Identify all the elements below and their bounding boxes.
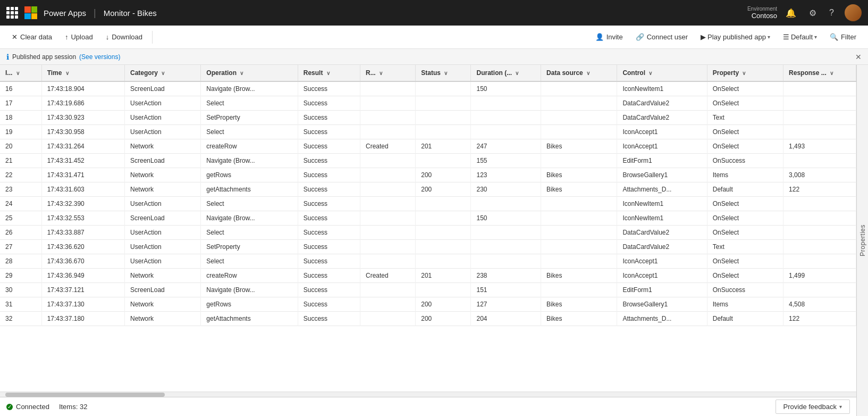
table-row[interactable]: 29 17:43:36.949 Network createRow Succes… bbox=[0, 269, 856, 283]
cell-time: 17:43:36.670 bbox=[41, 254, 124, 269]
table-row[interactable]: 31 17:43:37.130 Network getRows Success … bbox=[0, 297, 856, 312]
table-row[interactable]: 23 17:43:31.603 Network getAttachments S… bbox=[0, 182, 856, 197]
cell-category: Network bbox=[125, 312, 201, 326]
filter-label: Filter bbox=[841, 33, 856, 41]
invite-icon: 👤 bbox=[595, 33, 604, 41]
cell-operation: createRow bbox=[201, 269, 298, 283]
cell-duration: 238 bbox=[471, 269, 541, 283]
play-published-app-button[interactable]: ▶ Play published app ▾ bbox=[695, 30, 776, 44]
cell-property: OnSelect bbox=[707, 254, 783, 269]
table-row[interactable]: 27 17:43:36.620 UserAction SetProperty S… bbox=[0, 240, 856, 254]
table-row[interactable]: 26 17:43:33.887 UserAction Select Succes… bbox=[0, 226, 856, 240]
see-versions-link[interactable]: (See versions) bbox=[79, 53, 120, 61]
cell-control: DataCardValue2 bbox=[617, 240, 707, 254]
cell-response bbox=[783, 81, 856, 96]
cell-response bbox=[783, 211, 856, 226]
settings-icon[interactable]: ⚙ bbox=[807, 6, 819, 20]
col-header-response[interactable]: Response ... ∨ bbox=[783, 65, 856, 81]
cell-category: UserAction bbox=[125, 197, 201, 211]
cell-duration bbox=[471, 96, 541, 111]
cell-response: 1,493 bbox=[783, 139, 856, 154]
filter-button[interactable]: 🔍 Filter bbox=[824, 30, 862, 44]
cell-category: Network bbox=[125, 269, 201, 283]
properties-panel[interactable]: Properties bbox=[856, 65, 868, 416]
table-row[interactable]: 17 17:43:19.686 UserAction Select Succes… bbox=[0, 96, 856, 111]
cell-time: 17:43:31.471 bbox=[41, 168, 124, 182]
col-header-datasource[interactable]: Data source ∨ bbox=[541, 65, 617, 81]
cell-r bbox=[360, 226, 416, 240]
cell-result: Success bbox=[298, 139, 360, 154]
data-table-wrapper[interactable]: I... ∨ Time ∨ Category ∨ Operation ∨ Res… bbox=[0, 65, 856, 392]
cell-datasource bbox=[541, 81, 617, 96]
cell-control: DataCardValue2 bbox=[617, 111, 707, 125]
col-header-r[interactable]: R... ∨ bbox=[360, 65, 416, 81]
horizontal-scrollbar[interactable] bbox=[0, 392, 856, 397]
table-row[interactable]: 20 17:43:31.264 Network createRow Succes… bbox=[0, 139, 856, 154]
table-row[interactable]: 24 17:43:32.390 UserAction Select Succes… bbox=[0, 197, 856, 211]
col-header-control[interactable]: Control ∨ bbox=[617, 65, 707, 81]
cell-response bbox=[783, 226, 856, 240]
cell-datasource: Bikes bbox=[541, 269, 617, 283]
cell-id: 21 bbox=[0, 154, 41, 168]
col-header-property[interactable]: Property ∨ bbox=[707, 65, 783, 81]
cell-time: 17:43:37.130 bbox=[41, 297, 124, 312]
table-row[interactable]: 16 17:43:18.904 ScreenLoad Navigate (Bro… bbox=[0, 81, 856, 96]
cell-datasource bbox=[541, 226, 617, 240]
cell-id: 17 bbox=[0, 96, 41, 111]
default-label: Default bbox=[791, 33, 813, 41]
cell-category: UserAction bbox=[125, 254, 201, 269]
table-row[interactable]: 21 17:43:31.452 ScreenLoad Navigate (Bro… bbox=[0, 154, 856, 168]
clear-data-button[interactable]: ✕ Clear data bbox=[6, 30, 57, 44]
invite-button[interactable]: 👤 Invite bbox=[590, 30, 628, 44]
table-area: I... ∨ Time ∨ Category ∨ Operation ∨ Res… bbox=[0, 65, 856, 416]
cell-operation: getRows bbox=[201, 297, 298, 312]
cell-duration bbox=[471, 125, 541, 139]
cell-r bbox=[360, 211, 416, 226]
col-header-operation[interactable]: Operation ∨ bbox=[201, 65, 298, 81]
cell-id: 28 bbox=[0, 254, 41, 269]
cell-id: 25 bbox=[0, 211, 41, 226]
cell-datasource bbox=[541, 211, 617, 226]
cell-duration: 247 bbox=[471, 139, 541, 154]
cell-control: IconAccept1 bbox=[617, 139, 707, 154]
cell-status: 201 bbox=[416, 269, 471, 283]
cell-response bbox=[783, 240, 856, 254]
upload-button[interactable]: ↑ Upload bbox=[60, 30, 98, 44]
help-icon[interactable]: ? bbox=[827, 6, 836, 20]
table-row[interactable]: 25 17:43:32.553 ScreenLoad Navigate (Bro… bbox=[0, 211, 856, 226]
connect-user-button[interactable]: 🔗 Connect user bbox=[630, 30, 693, 44]
cell-response: 122 bbox=[783, 312, 856, 326]
table-row[interactable]: 19 17:43:30.958 UserAction Select Succes… bbox=[0, 125, 856, 139]
col-header-result[interactable]: Result ∨ bbox=[298, 65, 360, 81]
main-content: I... ∨ Time ∨ Category ∨ Operation ∨ Res… bbox=[0, 65, 868, 416]
col-header-category[interactable]: Category ∨ bbox=[125, 65, 201, 81]
col-header-time[interactable]: Time ∨ bbox=[41, 65, 124, 81]
notification-icon[interactable]: 🔔 bbox=[783, 6, 798, 20]
cell-status: 200 bbox=[416, 182, 471, 197]
table-row[interactable]: 30 17:43:37.121 ScreenLoad Navigate (Bro… bbox=[0, 283, 856, 297]
col-header-status[interactable]: Status ∨ bbox=[416, 65, 471, 81]
cell-status bbox=[416, 111, 471, 125]
cell-time: 17:43:31.452 bbox=[41, 154, 124, 168]
col-header-duration[interactable]: Duration (... ∨ bbox=[471, 65, 541, 81]
cell-response bbox=[783, 111, 856, 125]
cell-id: 27 bbox=[0, 240, 41, 254]
cell-status bbox=[416, 125, 471, 139]
download-button[interactable]: ↓ Download bbox=[100, 30, 148, 44]
cell-operation: getAttachments bbox=[201, 182, 298, 197]
provide-feedback-button[interactable]: Provide feedback ▾ bbox=[776, 400, 850, 414]
info-close-button[interactable]: ✕ bbox=[855, 53, 862, 61]
cell-r bbox=[360, 312, 416, 326]
table-row[interactable]: 22 17:43:31.471 Network getRows Success … bbox=[0, 168, 856, 182]
table-row[interactable]: 28 17:43:36.670 UserAction Select Succes… bbox=[0, 254, 856, 269]
table-row[interactable]: 32 17:43:37.180 Network getAttachments S… bbox=[0, 312, 856, 326]
col-header-id[interactable]: I... ∨ bbox=[0, 65, 41, 81]
connection-status: ✓ Connected Items: 32 bbox=[6, 403, 87, 411]
default-button[interactable]: ☰ Default ▾ bbox=[778, 30, 822, 44]
cell-result: Success bbox=[298, 240, 360, 254]
cell-datasource: Bikes bbox=[541, 182, 617, 197]
table-row[interactable]: 18 17:43:30.923 UserAction SetProperty S… bbox=[0, 111, 856, 125]
horizontal-scrollbar-thumb[interactable] bbox=[5, 393, 165, 397]
waffle-icon[interactable] bbox=[6, 7, 18, 19]
user-avatar[interactable] bbox=[845, 4, 862, 21]
